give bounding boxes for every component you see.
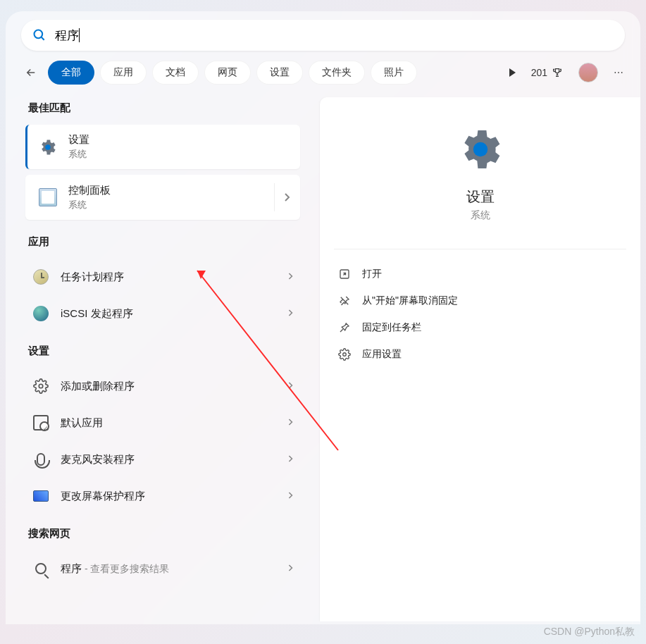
- iscsi-icon: [32, 305, 49, 322]
- detail-title: 设置: [334, 187, 626, 206]
- result-label: 更改屏幕保护程序: [61, 490, 145, 503]
- section-apps: 应用: [28, 235, 300, 249]
- divider: [334, 249, 626, 249]
- tab-web[interactable]: 网页: [204, 61, 251, 85]
- chevron-right-icon: [287, 417, 293, 428]
- svg-point-5: [343, 353, 347, 357]
- action-label: 应用设置: [362, 348, 402, 361]
- result-web-search[interactable]: 程序 - 查看更多搜索结果: [25, 550, 300, 587]
- expand-button[interactable]: [274, 183, 290, 211]
- chevron-right-icon: [287, 563, 293, 574]
- result-iscsi[interactable]: iSCSI 发起程序: [25, 295, 300, 332]
- svg-point-2: [45, 144, 50, 149]
- rewards-points[interactable]: 201: [531, 67, 563, 78]
- result-label: 默认应用: [61, 416, 103, 430]
- search-query-text: 程序: [55, 27, 79, 44]
- unpin-icon: [338, 295, 351, 307]
- more-button[interactable]: ⋯: [614, 67, 625, 78]
- chevron-right-icon: [287, 271, 293, 283]
- detail-gear-icon: [455, 124, 506, 175]
- task-scheduler-icon: [32, 268, 49, 285]
- web-query: 程序: [61, 562, 82, 574]
- result-label: 任务计划程序: [61, 271, 124, 284]
- result-title: 控制面板: [68, 184, 111, 197]
- result-task-scheduler[interactable]: 任务计划程序: [25, 259, 300, 295]
- result-subtitle: 系统: [68, 199, 111, 211]
- result-label: 添加或删除程序: [61, 380, 135, 393]
- action-pin-taskbar[interactable]: 固定到任务栏: [334, 314, 626, 341]
- svg-point-3: [473, 142, 487, 156]
- chevron-right-icon: [287, 308, 293, 319]
- result-label: iSCSI 发起程序: [61, 307, 133, 321]
- tab-photos[interactable]: 照片: [371, 61, 417, 85]
- result-label: 麦克风安装程序: [61, 453, 135, 466]
- action-unpin-start[interactable]: 从"开始"屏幕取消固定: [334, 287, 626, 314]
- gear-icon: [338, 348, 351, 361]
- action-label: 固定到任务栏: [362, 321, 421, 334]
- search-icon: [32, 28, 46, 42]
- action-app-settings[interactable]: 应用设置: [334, 341, 626, 368]
- settings-gear-icon: [37, 137, 58, 158]
- action-label: 从"开始"屏幕取消固定: [362, 295, 458, 307]
- content-area: 最佳匹配 设置 系统 控制面板 系统 应: [6, 97, 640, 621]
- microphone-icon: [32, 451, 49, 468]
- result-default-apps[interactable]: 默认应用: [25, 404, 300, 441]
- tab-docs[interactable]: 文档: [152, 61, 199, 85]
- gear-icon: [32, 378, 49, 395]
- section-best-match: 最佳匹配: [28, 101, 300, 115]
- search-window: 程序 全部 应用 文档 网页 设置 文件夹 照片 201 ⋯ 最佳匹配: [6, 11, 640, 624]
- search-icon: [32, 560, 49, 577]
- results-pane: 最佳匹配 设置 系统 控制面板 系统 应: [6, 97, 316, 621]
- filter-tabs: 全部 应用 文档 网页 设置 文件夹 照片: [48, 61, 417, 85]
- chevron-right-icon: [287, 380, 293, 392]
- trophy-icon: [552, 67, 563, 78]
- screensaver-icon: [32, 488, 49, 504]
- result-title: 设置: [68, 133, 89, 147]
- result-control-panel[interactable]: 控制面板 系统: [25, 175, 300, 220]
- tab-all[interactable]: 全部: [48, 61, 94, 85]
- pin-icon: [338, 321, 351, 334]
- action-open[interactable]: 打开: [334, 261, 626, 287]
- chevron-right-icon: [287, 490, 293, 502]
- result-microphone[interactable]: 麦克风安装程序: [25, 441, 300, 478]
- back-button[interactable]: [21, 63, 41, 82]
- detail-subtitle: 系统: [334, 209, 626, 222]
- action-label: 打开: [362, 268, 382, 280]
- result-settings[interactable]: 设置 系统: [25, 125, 300, 169]
- detail-pane: 设置 系统 打开 从"开始"屏幕取消固定 固定到任务栏 应用设置: [320, 97, 640, 621]
- svg-point-0: [35, 30, 43, 39]
- section-settings: 设置: [28, 345, 300, 358]
- points-value: 201: [531, 67, 547, 78]
- control-panel-icon: [37, 187, 58, 208]
- tab-folders[interactable]: 文件夹: [309, 61, 365, 85]
- section-web: 搜索网页: [28, 527, 300, 540]
- chevron-right-icon: [287, 454, 293, 465]
- result-screensaver[interactable]: 更改屏幕保护程序: [25, 478, 300, 514]
- search-bar[interactable]: 程序: [21, 20, 625, 51]
- default-apps-icon: [32, 414, 49, 431]
- tab-settings[interactable]: 设置: [256, 61, 303, 85]
- tab-apps[interactable]: 应用: [100, 61, 147, 85]
- open-icon: [338, 268, 351, 280]
- watermark-text: CSDN @Python私教: [544, 626, 635, 638]
- play-icon[interactable]: [509, 68, 516, 77]
- result-subtitle: 系统: [68, 148, 89, 161]
- result-add-remove[interactable]: 添加或删除程序: [25, 368, 300, 404]
- svg-line-1: [42, 37, 44, 40]
- user-avatar[interactable]: [578, 63, 598, 82]
- filter-toolbar: 全部 应用 文档 网页 设置 文件夹 照片 201 ⋯: [21, 61, 625, 85]
- web-suffix: - 查看更多搜索结果: [82, 563, 169, 574]
